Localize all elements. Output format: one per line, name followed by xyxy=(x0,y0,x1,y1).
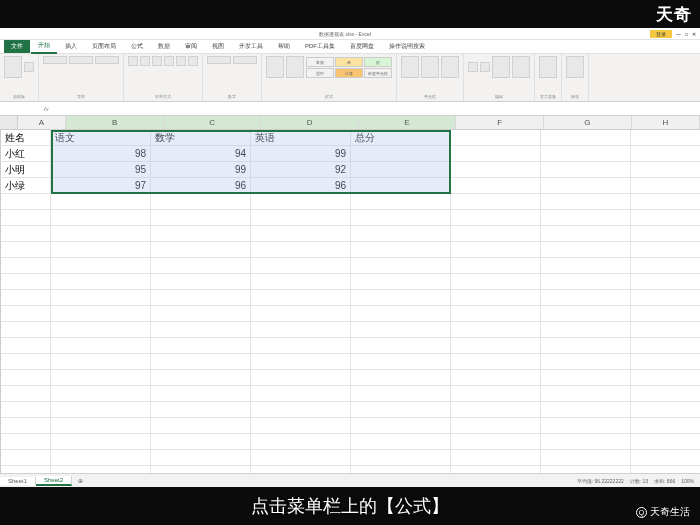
cell-F2[interactable] xyxy=(451,146,541,162)
cell-G1[interactable] xyxy=(541,130,631,146)
cell-G9[interactable] xyxy=(541,258,631,274)
cell-D21[interactable] xyxy=(251,450,351,466)
cell-H6[interactable] xyxy=(631,210,700,226)
cell-B8[interactable] xyxy=(51,242,151,258)
cell-D14[interactable] xyxy=(251,338,351,354)
cell-E10[interactable] xyxy=(351,274,451,290)
cell-B2[interactable]: 98 xyxy=(51,146,151,162)
cell-C9[interactable] xyxy=(151,258,251,274)
ribbon-group-样式[interactable]: 常规差好适中计算检查单元格样式 xyxy=(262,54,397,101)
cell-H18[interactable] xyxy=(631,402,700,418)
sheet-tab-Sheet2[interactable]: Sheet2 xyxy=(36,476,72,486)
cell-C20[interactable] xyxy=(151,434,251,450)
cell-C21[interactable] xyxy=(151,450,251,466)
menu-百度网盘[interactable]: 百度网盘 xyxy=(343,40,381,53)
cell-F7[interactable] xyxy=(451,226,541,242)
cell-C5[interactable] xyxy=(151,194,251,210)
cell-A10[interactable] xyxy=(1,274,51,290)
cell-G4[interactable] xyxy=(541,178,631,194)
cell-F19[interactable] xyxy=(451,418,541,434)
cell-E19[interactable] xyxy=(351,418,451,434)
cell-F20[interactable] xyxy=(451,434,541,450)
cell-C12[interactable] xyxy=(151,306,251,322)
cell-E22[interactable] xyxy=(351,466,451,473)
cell-B7[interactable] xyxy=(51,226,151,242)
cell-G22[interactable] xyxy=(541,466,631,473)
col-header-H[interactable]: H xyxy=(632,116,700,129)
cell-B3[interactable]: 95 xyxy=(51,162,151,178)
cell-B19[interactable] xyxy=(51,418,151,434)
cell-F11[interactable] xyxy=(451,290,541,306)
cell-C8[interactable] xyxy=(151,242,251,258)
col-header-A[interactable]: A xyxy=(18,116,67,129)
menu-视图[interactable]: 视图 xyxy=(205,40,231,53)
cell-A18[interactable] xyxy=(1,402,51,418)
cell-E16[interactable] xyxy=(351,370,451,386)
col-header-E[interactable]: E xyxy=(359,116,456,129)
cell-A17[interactable] xyxy=(1,386,51,402)
menu-开始[interactable]: 开始 xyxy=(31,39,57,54)
cell-E5[interactable] xyxy=(351,194,451,210)
cell-G6[interactable] xyxy=(541,210,631,226)
cell-A5[interactable] xyxy=(1,194,51,210)
cell-B6[interactable] xyxy=(51,210,151,226)
add-sheet-button[interactable]: ⊕ xyxy=(72,477,89,484)
cell-G12[interactable] xyxy=(541,306,631,322)
cell-D20[interactable] xyxy=(251,434,351,450)
cell-E21[interactable] xyxy=(351,450,451,466)
cell-B11[interactable] xyxy=(51,290,151,306)
select-all-corner[interactable] xyxy=(0,116,18,129)
cell-H15[interactable] xyxy=(631,354,700,370)
cell-H17[interactable] xyxy=(631,386,700,402)
cell-F3[interactable] xyxy=(451,162,541,178)
cell-E20[interactable] xyxy=(351,434,451,450)
cell-A1[interactable]: 姓名 xyxy=(1,130,51,146)
cell-D22[interactable] xyxy=(251,466,351,473)
cell-G20[interactable] xyxy=(541,434,631,450)
menu-file[interactable]: 文件 xyxy=(4,40,30,53)
cell-G8[interactable] xyxy=(541,242,631,258)
cell-C16[interactable] xyxy=(151,370,251,386)
cell-H3[interactable] xyxy=(631,162,700,178)
cell-G13[interactable] xyxy=(541,322,631,338)
ribbon-group-保存[interactable]: 保存 xyxy=(562,54,589,101)
cell-B13[interactable] xyxy=(51,322,151,338)
menu-PDF工具集[interactable]: PDF工具集 xyxy=(298,40,342,53)
cell-G3[interactable] xyxy=(541,162,631,178)
cell-B22[interactable] xyxy=(51,466,151,473)
cell-A12[interactable] xyxy=(1,306,51,322)
cell-H7[interactable] xyxy=(631,226,700,242)
cell-D18[interactable] xyxy=(251,402,351,418)
cell-C1[interactable]: 数学 xyxy=(151,130,251,146)
menu-开发工具[interactable]: 开发工具 xyxy=(232,40,270,53)
cell-H10[interactable] xyxy=(631,274,700,290)
cell-F6[interactable] xyxy=(451,210,541,226)
cell-H1[interactable] xyxy=(631,130,700,146)
cell-A11[interactable] xyxy=(1,290,51,306)
cell-D12[interactable] xyxy=(251,306,351,322)
cell-A13[interactable] xyxy=(1,322,51,338)
cell-F22[interactable] xyxy=(451,466,541,473)
cell-F15[interactable] xyxy=(451,354,541,370)
cell-H8[interactable] xyxy=(631,242,700,258)
cell-B5[interactable] xyxy=(51,194,151,210)
cell-E15[interactable] xyxy=(351,354,451,370)
cell-C18[interactable] xyxy=(151,402,251,418)
menu-公式[interactable]: 公式 xyxy=(124,40,150,53)
cell-E8[interactable] xyxy=(351,242,451,258)
cell-G16[interactable] xyxy=(541,370,631,386)
cell-F13[interactable] xyxy=(451,322,541,338)
cell-F8[interactable] xyxy=(451,242,541,258)
menu-操作说明搜索[interactable]: 操作说明搜索 xyxy=(382,40,432,53)
cell-A16[interactable] xyxy=(1,370,51,386)
cell-C14[interactable] xyxy=(151,338,251,354)
cell-A22[interactable] xyxy=(1,466,51,473)
cell-B14[interactable] xyxy=(51,338,151,354)
cell-E2[interactable] xyxy=(351,146,451,162)
cell-B1[interactable]: 语文 xyxy=(51,130,151,146)
col-header-F[interactable]: F xyxy=(456,116,544,129)
cell-F21[interactable] xyxy=(451,450,541,466)
col-header-B[interactable]: B xyxy=(66,116,163,129)
ribbon-group-数字[interactable]: 数字 xyxy=(203,54,262,101)
cell-G19[interactable] xyxy=(541,418,631,434)
